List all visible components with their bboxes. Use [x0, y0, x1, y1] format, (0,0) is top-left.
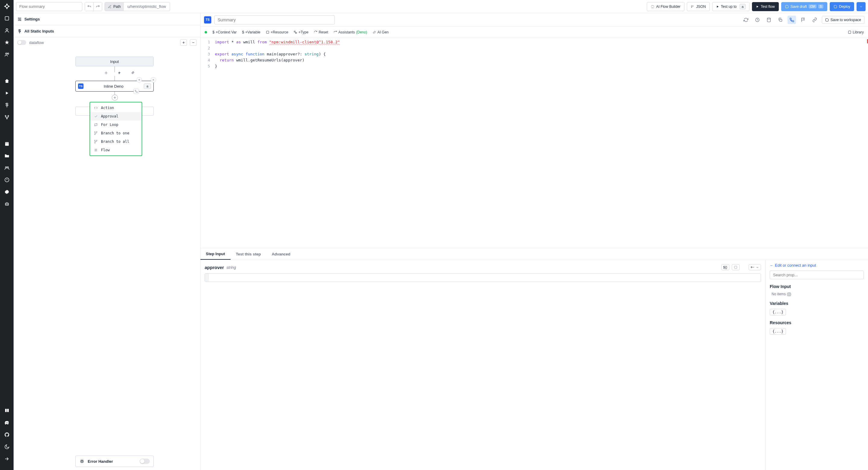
reload-icon[interactable]	[742, 15, 750, 24]
svg-point-14	[7, 204, 8, 205]
play-icon[interactable]	[4, 90, 10, 96]
library-button[interactable]: Library	[848, 30, 864, 34]
edit-connect-link[interactable]: ← Edit or connect an input	[770, 263, 864, 268]
settings-row[interactable]: Settings	[13, 13, 200, 25]
resources-expand[interactable]: {...}	[770, 328, 786, 335]
undo-button[interactable]	[85, 2, 93, 11]
svg-rect-7	[5, 142, 9, 146]
dropdown-branch-all[interactable]: Branch to all	[90, 137, 142, 146]
dataflow-toggle[interactable]	[17, 40, 26, 45]
dropdown-approval[interactable]: Approval	[90, 112, 142, 121]
error-handler-toggle[interactable]	[140, 459, 150, 464]
trigger-icon[interactable]	[116, 70, 122, 76]
approval-badge-icon[interactable]	[133, 89, 139, 94]
add-step-icon[interactable]	[103, 70, 109, 76]
ai-gen-button[interactable]: AI Gen	[373, 30, 389, 34]
zoom-in-button[interactable]: +	[180, 39, 187, 46]
all-static-inputs-row[interactable]: All Static Inputs	[13, 25, 200, 37]
step-summary-input[interactable]	[214, 15, 335, 24]
copy-icon[interactable]	[776, 15, 784, 24]
svg-rect-29	[780, 19, 782, 21]
test-up-to-button[interactable]: Test up toa	[712, 2, 749, 11]
error-handler-label: Error Handler	[88, 459, 113, 464]
user-icon[interactable]	[4, 27, 10, 34]
assistants-button[interactable]: Assistants (Deno)	[334, 30, 367, 34]
history-icon[interactable]	[753, 15, 762, 24]
flow-canvas[interactable]: Input TS Inline Deno a	[13, 48, 200, 470]
svg-point-4	[5, 115, 6, 116]
svg-point-28	[767, 18, 770, 19]
dropdown-flow[interactable]: Flow	[90, 146, 142, 154]
code-editor[interactable]: 12345 import * as wmill from "npm:windmi…	[200, 38, 868, 248]
test-flow-button[interactable]: Test flow	[752, 2, 779, 11]
variables-expand[interactable]: {...}	[770, 309, 786, 315]
alert-icon[interactable]	[4, 177, 10, 183]
branch-icon	[94, 131, 98, 135]
flag-icon[interactable]	[799, 15, 807, 24]
users-icon[interactable]	[4, 51, 10, 58]
phone-icon[interactable]	[787, 15, 796, 24]
step-tabs: Step Input Test this step Advanced	[200, 248, 868, 260]
search-prop-input[interactable]	[770, 271, 864, 279]
dataflow-label: dataflow	[29, 40, 44, 45]
gear-icon[interactable]	[4, 189, 10, 195]
code-content[interactable]: import * as wmill from "npm:windmill-cli…	[213, 38, 868, 248]
connect-button[interactable]: →	[749, 264, 761, 270]
flow-summary-input[interactable]	[16, 2, 82, 11]
database-icon[interactable]	[765, 15, 773, 24]
toggle-type-button[interactable]	[732, 264, 740, 270]
svg-point-16	[7, 422, 8, 423]
dropdown-branch-one[interactable]: Branch to one	[90, 129, 142, 137]
path-button[interactable]: Path	[105, 2, 124, 11]
variable-button[interactable]: $ +Variable	[242, 30, 260, 34]
bot-icon[interactable]	[4, 201, 10, 207]
calendar-icon[interactable]	[4, 140, 10, 147]
resource-button[interactable]: +Resource	[266, 30, 288, 34]
magic-icon[interactable]	[130, 70, 135, 76]
zoom-out-button[interactable]: −	[190, 39, 196, 46]
add-step-button[interactable]	[112, 95, 118, 101]
svg-rect-31	[294, 31, 296, 32]
moon-icon[interactable]	[4, 443, 10, 450]
deno-node[interactable]: TS Inline Deno a	[75, 81, 154, 92]
link-icon[interactable]	[810, 15, 819, 24]
dropdown-forloop[interactable]: For Loop	[90, 121, 142, 129]
deploy-button[interactable]: Deploy	[830, 2, 854, 11]
house-icon[interactable]	[4, 78, 10, 84]
node-add-icon[interactable]	[136, 77, 142, 83]
reset-button[interactable]: Reset	[314, 30, 328, 34]
flow-icon[interactable]	[4, 114, 10, 121]
input-node[interactable]: Input	[75, 57, 154, 66]
tab-test-step[interactable]: Test this step	[230, 248, 267, 260]
tab-step-input[interactable]: Step Input	[200, 248, 230, 260]
ts-badge-icon: TS	[204, 16, 211, 24]
node-close-icon[interactable]	[151, 77, 156, 83]
folder-icon[interactable]	[4, 152, 10, 159]
book-icon[interactable]	[4, 407, 10, 414]
team-icon[interactable]	[4, 164, 10, 171]
svg-rect-17	[691, 6, 692, 6]
dollar-icon[interactable]	[4, 102, 10, 108]
dropdown-action[interactable]: Action	[90, 104, 142, 112]
expand-icon[interactable]	[4, 456, 10, 462]
star-icon[interactable]	[4, 39, 10, 46]
deploy-dropdown[interactable]	[857, 2, 866, 11]
save-to-workspace-button[interactable]: Save to workspace	[822, 16, 864, 24]
context-var-button[interactable]: $ +Context Var	[213, 30, 237, 34]
ai-flow-builder-button[interactable]: AI Flow Builder	[647, 2, 684, 11]
discord-icon[interactable]	[4, 419, 10, 426]
param-input[interactable]	[209, 274, 761, 282]
type-button[interactable]: +Type	[293, 30, 308, 34]
redo-button[interactable]	[93, 2, 102, 11]
save-draft-button[interactable]: Save draftCtrlS	[781, 2, 827, 11]
logo-icon[interactable]	[4, 3, 10, 10]
github-icon[interactable]	[4, 432, 10, 438]
path-box: Path u/henri/optimistic_flow	[104, 2, 170, 11]
tab-advanced[interactable]: Advanced	[266, 248, 296, 260]
menu-icon	[94, 148, 98, 152]
home-icon[interactable]	[4, 15, 10, 22]
variables-heading: Variables	[770, 301, 864, 306]
expr-button[interactable]: ${}	[721, 264, 730, 270]
topbar: Path u/henri/optimistic_flow AI Flow Bui…	[13, 0, 868, 13]
json-button[interactable]: JSON	[687, 2, 710, 11]
